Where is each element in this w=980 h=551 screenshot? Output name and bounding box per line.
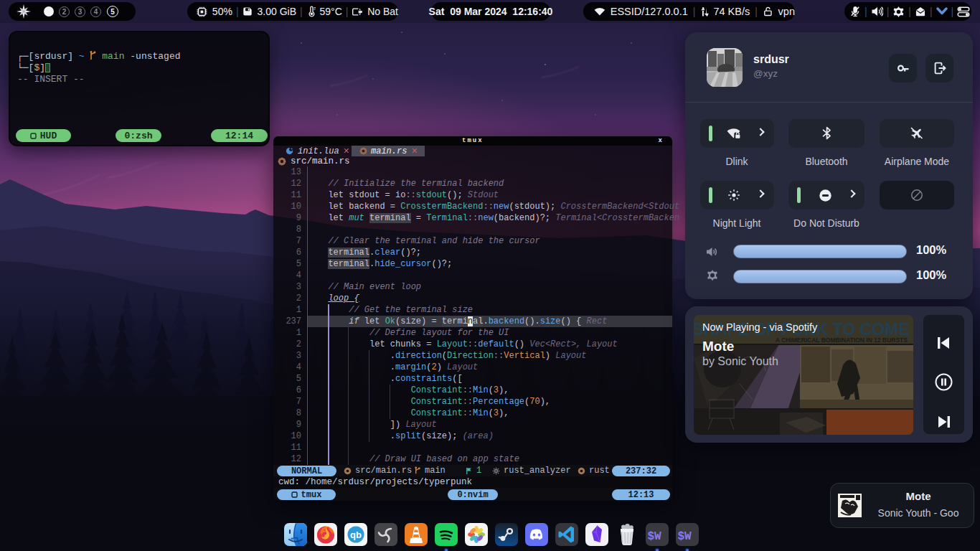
svg-text:$W: $W	[648, 530, 662, 543]
svg-text:$W: $W	[678, 530, 692, 543]
svg-text:qb: qb	[350, 529, 362, 540]
